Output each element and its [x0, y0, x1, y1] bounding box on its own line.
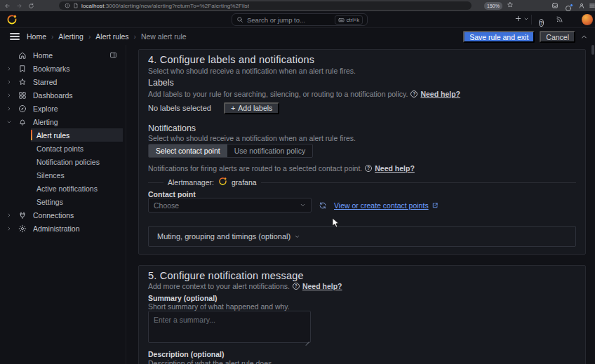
resize-grip[interactable]: [305, 337, 310, 343]
section5-subtitle: Add more context to your alert notificat…: [148, 282, 576, 290]
browser-inbox-icon[interactable]: [551, 2, 559, 9]
bookmark-star-icon[interactable]: [507, 1, 514, 8]
chevron-down-icon[interactable]: [6, 119, 13, 125]
search-input[interactable]: Search or jump to... ctrl+k: [232, 13, 368, 26]
gear-icon: [18, 224, 27, 233]
plus-icon: [231, 104, 235, 112]
sidebar-item-active-notifications[interactable]: Active notifications: [0, 182, 126, 195]
sidebar-item-starred[interactable]: Starred: [0, 75, 126, 88]
browser-profile-icon[interactable]: [578, 2, 585, 9]
sidebar-item-notification-policies[interactable]: Notification policies: [0, 155, 126, 168]
header-divider: [531, 15, 532, 25]
breadcrumb-home[interactable]: Home: [27, 32, 46, 41]
app-window: localhost:3000/alerting/new/alerting?ret…: [0, 0, 595, 364]
add-labels-button[interactable]: Add labels: [224, 102, 279, 114]
compass-icon: [18, 105, 27, 113]
news-rss-icon[interactable]: [556, 15, 563, 23]
no-labels-text: No labels selected: [148, 104, 211, 112]
chevron-right-icon[interactable]: [6, 106, 13, 112]
chevron-up-icon[interactable]: [580, 33, 588, 41]
sidebar-item-settings[interactable]: Settings: [0, 195, 126, 208]
browser-menu-icon[interactable]: [589, 2, 595, 9]
labels-need-help-link[interactable]: Need help?: [420, 90, 460, 98]
routing-need-help-link[interactable]: Need help?: [375, 164, 415, 173]
browser-chrome: localhost:3000/alerting/new/alerting?ret…: [0, 0, 595, 11]
sidebar-item-alerting[interactable]: Alerting: [0, 115, 126, 128]
mega-menu-toggle[interactable]: [10, 32, 20, 41]
breadcrumb-separator: ›: [134, 33, 136, 41]
message-need-help-link[interactable]: Need help?: [302, 282, 342, 290]
breadcrumb-separator: ›: [88, 33, 91, 41]
alertmanager-label: Alertmanager:: [168, 178, 214, 187]
chevron-right-icon[interactable]: [6, 226, 13, 231]
sidebar-item-home[interactable]: Home: [0, 48, 126, 62]
chevron-right-icon[interactable]: [6, 213, 13, 218]
cancel-button[interactable]: Cancel: [540, 31, 575, 43]
contact-point-row: Choose View or create contact points: [148, 198, 576, 213]
star-icon: [18, 78, 27, 86]
sidebar-item-bookmarks[interactable]: Bookmarks: [0, 62, 126, 75]
scrollbar-thumb[interactable]: [591, 45, 594, 55]
help-icon: [293, 283, 300, 290]
breadcrumb: Home › Alerting › Alert rules › New aler…: [27, 32, 187, 41]
browser-back-icon[interactable]: [4, 3, 11, 9]
browser-reload-icon[interactable]: [28, 3, 34, 9]
address-bar[interactable]: localhost:3000/alerting/new/alerting?ret…: [59, 1, 472, 10]
chevron-right-icon[interactable]: [6, 66, 13, 72]
chevron-right-icon[interactable]: [6, 93, 13, 98]
search-shortcut-badge: ctrl+k: [335, 15, 363, 25]
user-avatar[interactable]: [582, 14, 593, 25]
breadcrumb-current: New alert rule: [141, 32, 187, 41]
dock-menu-icon[interactable]: [109, 51, 117, 59]
site-info-icon[interactable]: [65, 3, 70, 8]
alertmanager-value: grafana: [232, 178, 257, 187]
tab-select-contact-point[interactable]: Select contact point: [149, 144, 227, 157]
view-contact-points-link[interactable]: View or create contact points: [334, 201, 439, 210]
summary-textarea[interactable]: [148, 311, 311, 343]
summary-description: Short summary of what happened and why.: [148, 302, 576, 311]
sidebar-item-administration[interactable]: Administration: [0, 222, 126, 235]
external-link-icon: [432, 202, 439, 209]
divider: [261, 182, 576, 183]
labels-heading: Labels: [148, 78, 576, 88]
sidebar-item-connections[interactable]: Connections: [0, 208, 126, 222]
section5-title: 5. Configure notification message: [148, 270, 576, 281]
save-rule-button[interactable]: Save rule and exit: [463, 31, 535, 43]
grafana-header: Search or jump to... ctrl+k: [0, 11, 595, 28]
add-new-button[interactable]: [514, 15, 529, 22]
browser-forward-icon[interactable]: [16, 3, 22, 9]
main-content: 4. Configure labels and notifications Se…: [126, 45, 595, 364]
tab-use-notification-policy[interactable]: Use notification policy: [227, 144, 313, 157]
grafana-alertmanager-icon: [218, 176, 227, 189]
breadcrumb-alerting[interactable]: Alerting: [58, 32, 83, 41]
help-button[interactable]: [539, 15, 544, 27]
section4-subtitle: Select who should receive a notification…: [148, 67, 576, 75]
contact-point-select[interactable]: Choose: [148, 198, 312, 213]
chevron-right-icon[interactable]: [6, 79, 13, 85]
sidebar-item-explore[interactable]: Explore: [0, 102, 126, 115]
bookmark-icon: [18, 65, 27, 73]
plus-icon: [514, 15, 522, 22]
home-icon: [18, 51, 27, 60]
grafana-logo[interactable]: [6, 14, 18, 28]
notification-method-radio-group: Select contact point Use notification po…: [148, 144, 576, 158]
sidebar-item-contact-points[interactable]: Contact points: [0, 142, 126, 155]
breadcrumb-alert-rules[interactable]: Alert rules: [95, 32, 128, 41]
alertmanager-row: Alertmanager: grafana: [148, 177, 576, 187]
chevron-down-icon: [294, 234, 300, 240]
sidebar-item-silences[interactable]: Silences: [0, 168, 126, 182]
muting-grouping-toggle[interactable]: Muting, grouping and timings (optional): [148, 226, 576, 247]
description-label: Description (optional): [148, 350, 576, 358]
dashboards-grid-icon: [18, 91, 27, 100]
keyboard-icon: [338, 17, 345, 23]
search-placeholder: Search or jump to...: [247, 16, 331, 24]
refresh-contact-points-icon[interactable]: [319, 201, 327, 210]
zoom-level-badge[interactable]: 150%: [484, 2, 502, 10]
mouse-cursor: [332, 217, 340, 229]
sidebar-item-dashboards[interactable]: Dashboards: [0, 88, 126, 102]
chevron-down-icon: [523, 16, 529, 22]
extensions-badge: [570, 4, 573, 7]
sidebar-item-alert-rules[interactable]: Alert rules: [31, 128, 123, 142]
bell-icon: [18, 118, 27, 126]
plug-icon: [18, 211, 27, 220]
